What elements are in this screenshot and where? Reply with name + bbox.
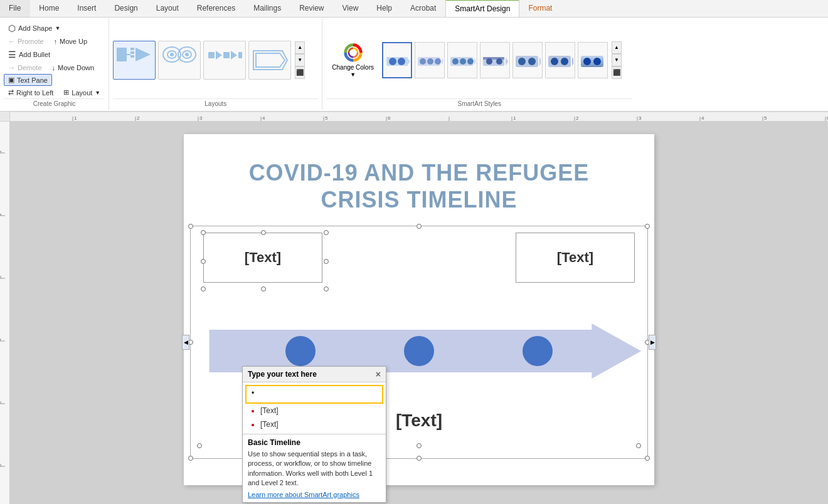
text-box-2[interactable]: [Text] <box>516 233 635 283</box>
text-pane-item-1[interactable]: [Text] <box>260 404 383 417</box>
style-6-svg <box>547 45 573 76</box>
style-item-5[interactable] <box>512 42 543 78</box>
tab-format[interactable]: Format <box>519 0 561 17</box>
svg-text:2: 2 <box>576 115 579 121</box>
style-1-svg <box>384 45 410 76</box>
layout-scroll-up[interactable]: ▲ <box>295 41 305 54</box>
tb1-handle-bl[interactable] <box>201 286 206 291</box>
smartart-styles-label: SmartArt Styles <box>326 98 632 107</box>
text-pane-list: [Text] [Text] <box>245 404 383 431</box>
add-shape-dropdown-icon[interactable]: ▼ <box>55 25 60 31</box>
tab-acrobat[interactable]: Acrobat <box>401 0 445 17</box>
tb1-handle-tr[interactable] <box>324 230 329 235</box>
svg-point-33 <box>460 58 466 65</box>
svg-point-39 <box>496 58 502 65</box>
tab-mailings[interactable]: Mailings <box>245 0 290 17</box>
layout-item-4[interactable] <box>248 41 291 80</box>
styles-scroll-expand[interactable]: ⬛ <box>612 66 622 79</box>
text-pane-item-2[interactable]: [Text] <box>260 417 383 431</box>
style-item-2[interactable] <box>415 42 445 78</box>
tab-review[interactable]: Review <box>290 0 333 17</box>
style-item-1[interactable] <box>382 42 412 78</box>
move-down-button[interactable]: ↓ Move Down <box>48 62 99 73</box>
svg-marker-35 <box>474 58 475 65</box>
layout-thumb-3-svg <box>206 45 243 76</box>
learn-more-link[interactable]: Learn more about SmartArt graphics <box>248 491 381 498</box>
layout-item-2[interactable] <box>158 41 201 80</box>
smartart-handle-bottom-r[interactable] <box>636 443 641 448</box>
svg-point-8 <box>170 53 174 56</box>
demote-icon: → <box>8 64 15 71</box>
text-box-1[interactable]: [Text] <box>203 233 322 283</box>
svg-point-23 <box>389 58 396 65</box>
layout-icon: ⊞ <box>63 88 69 97</box>
svg-marker-25 <box>408 58 410 65</box>
tab-references[interactable]: References <box>188 0 245 17</box>
style-4-svg <box>482 45 508 76</box>
svg-point-51 <box>593 58 601 65</box>
text-pane-input[interactable]: • <box>245 385 383 404</box>
layout-thumb-selected-svg <box>115 45 153 76</box>
timeline-dot-2[interactable] <box>404 336 434 366</box>
tab-design[interactable]: Design <box>105 0 147 17</box>
tab-home[interactable]: Home <box>30 0 68 17</box>
layout-scroll-expand[interactable]: ⬛ <box>295 66 305 79</box>
smartart-handle-bottom-c[interactable] <box>417 443 422 448</box>
style-item-4[interactable] <box>480 42 510 78</box>
style-item-3[interactable] <box>447 42 477 78</box>
smartart-handle-bottom-l[interactable] <box>197 443 202 448</box>
tab-bar: File Home Insert Design Layout Reference… <box>0 0 828 18</box>
svg-point-47 <box>561 58 568 65</box>
create-graphic-label: Create Graphic <box>4 98 105 107</box>
tab-file[interactable]: File <box>0 0 30 17</box>
document-area: COVID-19 AND THE REFUGEE CRISIS TIMELINE… <box>10 122 828 504</box>
layout-item-3[interactable] <box>203 41 246 80</box>
change-colors-button[interactable]: Change Colors ▼ <box>326 39 380 81</box>
layout-item-selected[interactable] <box>113 41 156 80</box>
text-placeholder-2: [Text] <box>557 249 593 266</box>
demote-button[interactable]: → Demote <box>4 62 46 73</box>
tb1-handle-bc[interactable] <box>261 286 266 291</box>
text-pane-header[interactable]: Type your text here × <box>243 367 386 382</box>
text-placeholder-1: [Text] <box>245 249 281 266</box>
text-pane-button[interactable]: ▣ Text Pane <box>4 74 52 86</box>
expand-right-handle[interactable]: ▶ <box>649 335 656 350</box>
add-shape-button[interactable]: ⬡ Add Shape ▼ <box>4 21 65 35</box>
layout-scroll-down[interactable]: ▼ <box>295 54 305 66</box>
svg-marker-15 <box>231 51 237 60</box>
move-up-button[interactable]: ↑ Move Up <box>50 36 92 47</box>
text-placeholder-3: [Text] <box>396 411 442 431</box>
tab-insert[interactable]: Insert <box>68 0 105 17</box>
svg-text:5: 5 <box>764 115 767 121</box>
tab-smartart-design[interactable]: SmartArt Design <box>445 0 519 17</box>
promote-button[interactable]: ← Promote <box>4 36 48 47</box>
tb1-handle-mr[interactable] <box>324 259 329 264</box>
text-pane-icon: ▣ <box>8 76 14 84</box>
text-pane-close-button[interactable]: × <box>376 369 381 379</box>
add-bullet-button[interactable]: ☰ Add Bullet <box>4 48 55 61</box>
layout-thumb-4-svg <box>251 45 289 76</box>
text-pane-panel: Type your text here × • [Text] [Text] Ba… <box>242 366 386 503</box>
tab-layout[interactable]: Layout <box>147 0 188 17</box>
tab-help[interactable]: Help <box>368 0 401 17</box>
tab-view[interactable]: View <box>334 0 368 17</box>
expand-left-handle[interactable]: ◀ <box>182 335 189 350</box>
timeline-dot-1[interactable] <box>285 336 316 366</box>
right-to-left-button[interactable]: ⇄ Right to Left <box>4 87 58 98</box>
move-up-icon: ↑ <box>54 38 58 45</box>
left-ruler-svg: 1 2 3 4 5 6 <box>0 122 10 504</box>
style-item-6[interactable] <box>545 42 575 78</box>
layout-dropdown-icon[interactable]: ▼ <box>95 90 100 96</box>
svg-text:5: 5 <box>0 401 2 404</box>
tb1-handle-br[interactable] <box>324 286 329 291</box>
change-colors-label: Change Colors <box>332 64 374 71</box>
styles-scroll-down[interactable]: ▼ <box>612 54 622 66</box>
styles-scroll-up[interactable]: ▲ <box>612 41 622 54</box>
layouts-group: ▲ ▼ ⬛ Layouts <box>109 19 322 110</box>
change-colors-dropdown-icon[interactable]: ▼ <box>350 71 356 78</box>
style-2-svg <box>417 45 443 76</box>
timeline-dot-3[interactable] <box>523 336 553 366</box>
style-item-7[interactable] <box>578 42 608 78</box>
smartart-styles-group: Change Colors ▼ <box>322 19 636 110</box>
layout-button[interactable]: ⊞ Layout ▼ <box>59 87 105 98</box>
